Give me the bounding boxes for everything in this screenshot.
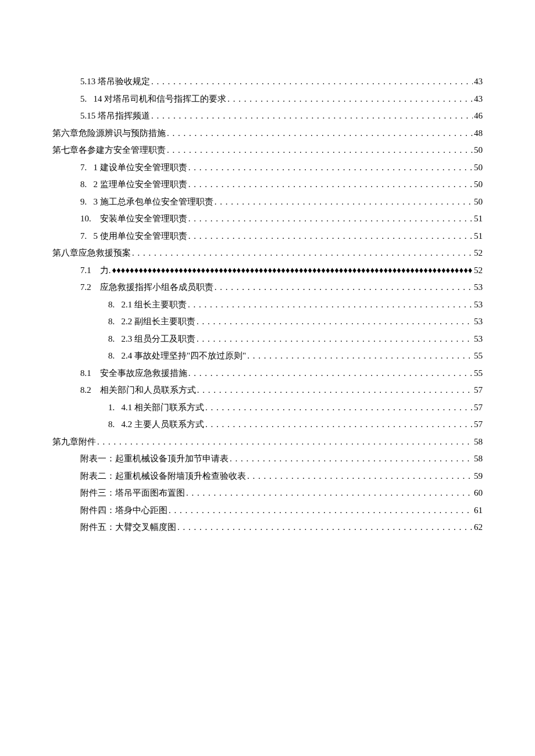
toc-entry-title: 附件五：大臂交叉幅度图 [80, 520, 176, 535]
toc-entry-prefix: 8. [108, 332, 122, 347]
toc-leader [169, 503, 473, 518]
toc-entry-title: 第九章附件 [52, 435, 96, 450]
toc-entry: 10. 安装单位安全管理职责 51 [52, 212, 483, 227]
toc-entry: 8.1 安全事故应急救援措施55 [52, 366, 483, 381]
toc-leader [188, 212, 473, 227]
toc-entry-title: 14 对塔吊司机和信号指挥工的要求 [94, 92, 227, 107]
toc-entry-title: 应急救援指挥小组各成员职责 [100, 280, 213, 295]
toc-entry: 8. 2.3 组员分工及职责 53 [52, 332, 483, 347]
toc-entry-page: 48 [474, 126, 483, 141]
toc-leader [188, 160, 473, 175]
toc-entry-page: 57 [474, 383, 483, 398]
toc-leader [197, 314, 473, 329]
toc-entry: 附件五：大臂交叉幅度图 62 [52, 520, 483, 535]
toc-entry: 7. 1 建设单位安全管理职责50 [52, 160, 483, 175]
toc-entry-prefix: 8.1 [80, 366, 100, 381]
toc-entry-page: 50 [474, 177, 483, 192]
toc-entry-page: 46 [474, 109, 483, 124]
toc-entry-page: 55 [474, 349, 483, 364]
toc-entry-title: 2.3 组员分工及职责 [122, 332, 196, 347]
toc-entry-page: 52 [474, 263, 483, 278]
toc-entry: 附件四：塔身中心距图 61 [52, 503, 483, 518]
toc-leader [215, 195, 473, 210]
toc-entry: 8. 2.1 组长主要职责 53 [52, 298, 483, 313]
toc-entry: 附件三：塔吊平面图布置图 60 [52, 486, 483, 501]
toc-leader [197, 332, 473, 347]
toc-entry: 5.15 塔吊指挥频道46 [52, 109, 483, 124]
toc-entry: 9. 3 施工总承包单位安全管理职责50 [52, 195, 483, 210]
toc-entry: 8. 2.2 副组长主要职责 53 [52, 314, 483, 329]
toc-entry-page: 59 [474, 469, 483, 484]
toc-entry: 第九章附件 58 [52, 435, 483, 450]
toc-entry-prefix: 8.2 [80, 383, 100, 398]
toc-entry-title: 5.15 塔吊指挥频道 [80, 109, 150, 124]
toc-leader [177, 520, 473, 535]
toc-entry-title: 2.2 副组长主要职责 [122, 314, 196, 329]
toc-entry-prefix: 7.1 [80, 263, 100, 278]
toc-entry-page: 50 [474, 143, 483, 158]
toc-entry-title: 附表一：起重机械设备顶升加节申请表 [80, 452, 229, 467]
toc-entry: 7.2 应急救援指挥小组各成员职责53 [52, 280, 483, 295]
toc-entry-title: 第八章应急救援预案 [52, 246, 131, 261]
toc-entry-prefix: 8. [80, 177, 94, 192]
toc-entry-page: 58 [474, 435, 483, 450]
toc-entry-prefix: 10. [80, 212, 100, 227]
toc-leader [97, 435, 473, 450]
toc-entry-prefix: 8. [108, 314, 122, 329]
toc-entry-page: 52 [474, 246, 483, 261]
toc-leader [215, 280, 473, 295]
toc-entry: 附表二：起重机械设备附墙顶升检查验收表 59 [52, 469, 483, 484]
toc-leader [230, 452, 473, 467]
toc-entry-title: 4.2 主要人员联系方式 [122, 417, 205, 432]
toc-entry-title: 2 监理单位安全管理职责 [94, 177, 187, 192]
toc-leader [132, 246, 473, 261]
toc-entry-page: 53 [474, 280, 483, 295]
toc-entry-prefix: 8. [108, 349, 122, 364]
toc-leader [167, 126, 473, 141]
toc-entry-title: 附件三：塔吊平面图布置图 [80, 486, 185, 501]
toc-entry-title: 5 使用单位安全管理职责 [94, 229, 187, 244]
toc-entry-page: 61 [474, 503, 483, 518]
toc-entry-title: 5.13 塔吊验收规定 [80, 74, 150, 89]
toc-leader [188, 177, 473, 192]
toc-entry-page: 51 [474, 212, 483, 227]
toc-entry-page: 62 [474, 520, 483, 535]
toc-entry-prefix: 7.2 [80, 280, 100, 295]
toc-entry-title: 附件四：塔身中心距图 [80, 503, 167, 518]
toc-leader [188, 366, 473, 381]
toc-entry-title: 4.1 相关部门联系方式 [122, 400, 205, 415]
toc-entry-title: 2.1 组长主要职责 [122, 298, 187, 313]
toc-entry: 8.2 相关部门和人员联系方式57 [52, 383, 483, 398]
toc-entry-page: 58 [474, 452, 483, 467]
toc-entry-title: 2.4 事故处理坚持"四不放过原则" [122, 349, 247, 364]
toc-entry-title: 附表二：起重机械设备附墙顶升检查验收表 [80, 469, 246, 484]
toc-leader [151, 109, 473, 124]
toc-entry-page: 51 [474, 229, 483, 244]
toc-entry-page: 50 [474, 195, 483, 210]
toc-entry-page: 53 [474, 332, 483, 347]
toc-entry-title: 安全事故应急救援措施 [100, 366, 187, 381]
toc-entry-title: 1 建设单位安全管理职责 [94, 160, 187, 175]
toc-leader [227, 92, 473, 107]
toc-entry-title: 力. [100, 263, 111, 278]
toc-entry-page: 57 [474, 400, 483, 415]
toc-leader [112, 263, 473, 278]
toc-entry-prefix: 9. [80, 195, 94, 210]
toc-entry-page: 43 [474, 74, 483, 89]
toc-entry: 8. 2 监理单位安全管理职责50 [52, 177, 483, 192]
toc-entry-prefix: 7. [80, 229, 94, 244]
toc-entry-prefix: 7. [80, 160, 94, 175]
toc-entry: 附表一：起重机械设备顶升加节申请表 58 [52, 452, 483, 467]
toc-entry: 第八章应急救援预案 52 [52, 246, 483, 261]
toc-entry-title: 3 施工总承包单位安全管理职责 [94, 195, 213, 210]
toc-entry-title: 第六章危险源辨识与预防措施 [52, 126, 166, 141]
toc-entry-title: 安装单位安全管理职责 [100, 212, 187, 227]
toc-leader [186, 486, 473, 501]
toc-leader [247, 349, 473, 364]
toc-entry: 1. 4.1 相关部门联系方式 57 [52, 400, 483, 415]
toc-entry-title: 第七章各参建方安全管理职责 [52, 143, 166, 158]
toc-entry: 8. 2.4 事故处理坚持"四不放过原则" 55 [52, 349, 483, 364]
toc-leader [188, 229, 473, 244]
toc-leader [205, 417, 473, 432]
toc-entry-page: 53 [474, 314, 483, 329]
